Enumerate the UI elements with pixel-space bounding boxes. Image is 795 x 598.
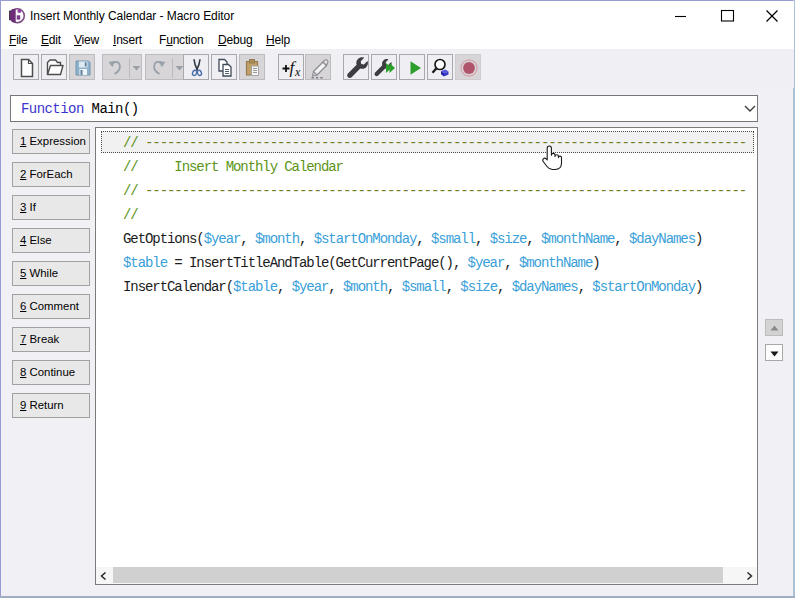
svg-text:x: x — [294, 65, 301, 79]
